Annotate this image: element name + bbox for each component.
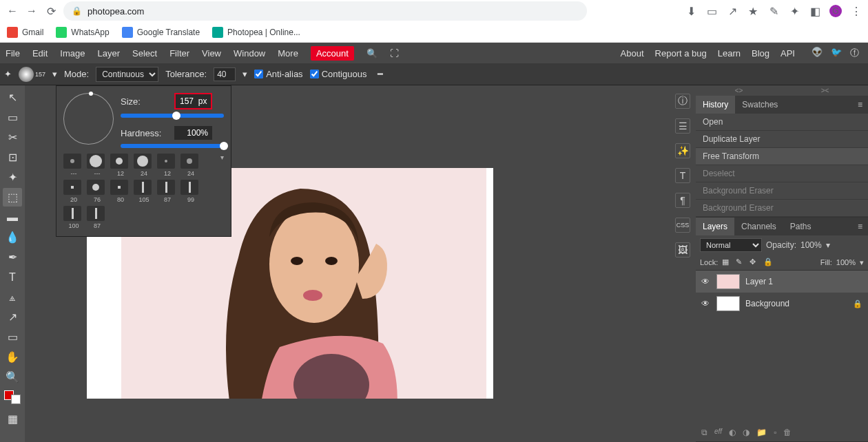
layer-visibility-icon[interactable]: 👁 [701, 299, 711, 308]
delete-layer-icon[interactable]: 🗑 [783, 428, 792, 437]
layer-1[interactable]: 👁 Layer 1 [696, 271, 868, 293]
tab-layers[interactable]: Layers [696, 218, 734, 235]
facebook-icon[interactable]: ⓕ [850, 47, 862, 59]
lock-transparent-icon[interactable]: ▦ [722, 257, 732, 267]
panel-collapse-left-icon[interactable]: <> [735, 87, 743, 94]
tool-pen[interactable]: ✒ [3, 248, 22, 266]
character-icon[interactable]: T [675, 168, 690, 183]
preset-4[interactable]: 12 [157, 154, 178, 177]
hardness-input[interactable]: 100% [174, 126, 212, 140]
canvas-area[interactable]: Size: 157 px Hardness: 100% --- --- [25, 85, 670, 442]
tool-blur[interactable]: 💧 [3, 228, 22, 246]
preset-9[interactable]: 105 [134, 180, 154, 203]
menu-image[interactable]: Image [60, 48, 85, 59]
presets-dropdown-icon[interactable]: ▾ [220, 154, 224, 177]
menu-select[interactable]: Select [132, 48, 157, 59]
menu-view[interactable]: View [202, 48, 221, 59]
size-input[interactable]: 157 px [174, 93, 212, 109]
extensions-icon[interactable]: ✦ [788, 5, 800, 17]
search-icon[interactable]: 🔍 [366, 48, 378, 59]
bookmark-star-icon[interactable]: ★ [747, 5, 759, 17]
url-bar[interactable]: 🔒 photopea.com [63, 1, 587, 21]
tool-zoom[interactable]: 🔍 [3, 368, 22, 386]
bookmark-gmail[interactable]: Gmail [7, 27, 43, 38]
menu-layer[interactable]: Layer [98, 48, 121, 59]
size-slider[interactable] [121, 114, 224, 118]
link-report[interactable]: Report a bug [655, 48, 707, 59]
link-api[interactable]: API [781, 48, 795, 59]
css-icon[interactable]: CSS [675, 218, 690, 233]
layer-visibility-icon[interactable]: 👁 [701, 277, 711, 286]
link-learn[interactable]: Learn [718, 48, 741, 59]
brush-dropdown-icon[interactable]: ▾ [52, 69, 57, 79]
layer-background[interactable]: 👁 Background 🔒 [696, 293, 868, 315]
preset-11[interactable]: 99 [180, 180, 201, 203]
preset-6[interactable]: 20 [63, 180, 84, 203]
tool-brush[interactable]: ▬ [3, 208, 22, 227]
panel-collapse-right-icon[interactable]: >< [821, 87, 829, 94]
reload-button[interactable]: ⟳ [44, 4, 58, 18]
folder-icon[interactable]: 📁 [756, 428, 767, 437]
link-blog[interactable]: Blog [752, 48, 769, 59]
fill-dropdown-icon[interactable]: ▾ [860, 258, 864, 267]
account-button[interactable]: Account [311, 46, 354, 61]
doc-icon[interactable]: ▭ [705, 5, 718, 17]
reddit-icon[interactable]: 👽 [812, 47, 824, 59]
antialias-checkbox[interactable]: Anti-alias [254, 69, 302, 79]
tool-move[interactable]: ↖ [3, 88, 22, 107]
opacity-dropdown-icon[interactable]: ▾ [826, 240, 830, 250]
brush-preview-icon[interactable] [19, 67, 34, 82]
tool-rect[interactable]: ▭ [3, 328, 22, 346]
bookmark-photopea[interactable]: Photopea | Online... [212, 27, 300, 38]
tool-type[interactable]: T [3, 268, 22, 286]
menu-icon[interactable]: ⋮ [850, 5, 862, 17]
color-swatches[interactable] [4, 390, 21, 404]
new-layer-icon[interactable]: ▫ [774, 428, 776, 437]
tool-bgeraser[interactable]: ⬚ [3, 188, 22, 207]
gradient-icon[interactable]: ━ [378, 69, 383, 79]
fx-add-icon[interactable]: eff [714, 428, 722, 437]
layers-menu-icon[interactable]: ≡ [852, 222, 868, 231]
preset-8[interactable]: 80 [110, 180, 131, 203]
fill-value[interactable]: 100% [836, 258, 856, 266]
tool-hand[interactable]: ✋ [3, 348, 22, 366]
preset-12[interactable]: 100 [63, 206, 84, 229]
paragraph-icon[interactable]: ¶ [675, 193, 690, 208]
tolerance-input[interactable] [214, 67, 236, 81]
eyedropper-icon[interactable]: ✎ [767, 5, 780, 17]
preset-7[interactable]: 76 [87, 180, 107, 203]
sidepanel-icon[interactable]: ◧ [809, 5, 821, 17]
history-item-bgeraser1[interactable]: Background Eraser [696, 182, 868, 200]
menu-filter[interactable]: Filter [169, 48, 189, 59]
tab-channels[interactable]: Channels [734, 218, 783, 235]
menu-edit[interactable]: Edit [32, 48, 48, 59]
brush-circle-preview[interactable] [63, 93, 114, 145]
history-item-duplicate[interactable]: Duplicate Layer [696, 131, 868, 148]
history-item-deselect[interactable]: Deselect [696, 165, 868, 182]
contiguous-checkbox[interactable]: Contiguous [310, 69, 367, 79]
fullscreen-icon[interactable]: ⛶ [390, 48, 399, 59]
preset-5[interactable]: 24 [180, 154, 201, 177]
tab-history[interactable]: History [696, 96, 735, 114]
hardness-slider[interactable] [121, 144, 224, 148]
blend-mode-select[interactable]: Normal [700, 238, 762, 252]
tolerance-dropdown-icon[interactable]: ▾ [242, 69, 247, 79]
tool-wand[interactable]: ✦ [3, 168, 22, 187]
preset-3[interactable]: 24 [134, 154, 154, 177]
lock-all-icon[interactable]: 🔒 [763, 257, 773, 267]
menu-file[interactable]: File [6, 48, 20, 59]
layer-thumbnail[interactable] [716, 296, 740, 311]
tab-paths[interactable]: Paths [783, 218, 818, 235]
bookmark-translate[interactable]: Google Translate [122, 27, 200, 38]
share-icon[interactable]: ↗ [726, 5, 738, 17]
lock-paint-icon[interactable]: ✎ [736, 257, 745, 267]
forward-button[interactable]: → [25, 4, 39, 18]
lock-position-icon[interactable]: ✥ [750, 257, 759, 267]
history-item-open[interactable]: Open [696, 114, 868, 131]
preset-13[interactable]: 87 [87, 206, 107, 229]
tool-lasso[interactable]: ✂ [3, 128, 22, 147]
bookmark-whatsapp[interactable]: WhatsApp [56, 27, 109, 38]
tool-clone[interactable]: ⟁ [3, 288, 22, 306]
tool-crop[interactable]: ⊡ [3, 148, 22, 167]
back-button[interactable]: ← [6, 4, 19, 18]
